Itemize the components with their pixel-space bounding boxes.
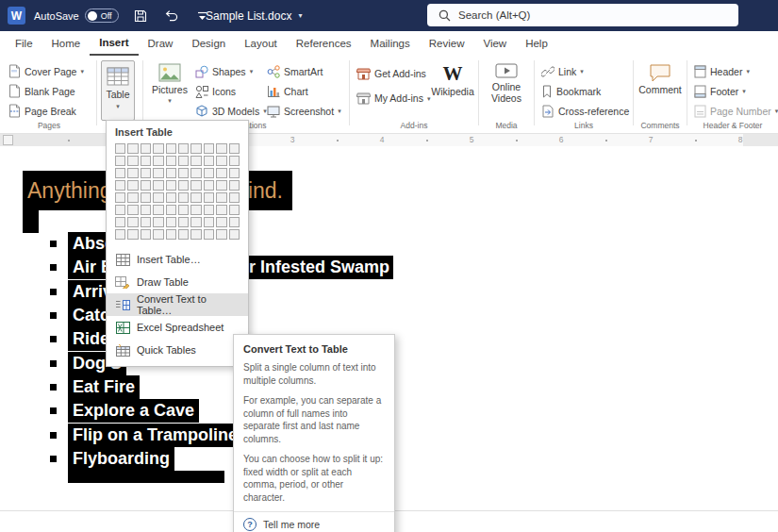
table-grid-cell[interactable]: [216, 168, 226, 178]
pictures-button[interactable]: Pictures ▾: [147, 58, 192, 104]
footer-button[interactable]: Footer ▾: [691, 82, 749, 100]
table-grid-cell[interactable]: [141, 180, 151, 191]
menu-item-insert-table[interactable]: Insert Table…: [107, 248, 248, 271]
document-title[interactable]: Sample List.docx: [206, 9, 291, 23]
table-grid-cell[interactable]: [178, 192, 189, 203]
shapes-button[interactable]: Shapes ▾: [192, 62, 256, 80]
table-grid-cell[interactable]: [216, 180, 226, 191]
table-grid-cell[interactable]: [190, 156, 201, 166]
menu-item-convert-text-to-table[interactable]: Convert Text to Table…: [107, 293, 248, 316]
table-grid-cell[interactable]: [178, 217, 189, 227]
table-grid-cell[interactable]: [141, 192, 151, 203]
table-grid-cell[interactable]: [141, 205, 151, 215]
tab-insert[interactable]: Insert: [90, 31, 138, 56]
table-grid-cell[interactable]: [166, 156, 176, 166]
tab-design[interactable]: Design: [182, 31, 235, 56]
table-grid-cell[interactable]: [115, 180, 125, 191]
table-grid-cell[interactable]: [115, 217, 125, 227]
table-grid-cell[interactable]: [166, 143, 176, 154]
table-grid-cell[interactable]: [190, 192, 201, 203]
table-grid-cell[interactable]: [229, 217, 240, 227]
list-item[interactable]: Eat Fire: [68, 375, 140, 399]
table-grid-cell[interactable]: [190, 217, 201, 227]
table-grid-cell[interactable]: [115, 192, 125, 203]
screenshot-button[interactable]: Screenshot ▾: [264, 102, 344, 120]
table-grid-cell[interactable]: [153, 180, 163, 191]
table-grid-cell[interactable]: [141, 217, 151, 227]
table-grid-cell[interactable]: [153, 217, 163, 227]
cover-page-button[interactable]: Cover Page ▾: [6, 62, 87, 80]
table-grid-cell[interactable]: [127, 217, 138, 227]
table-grid-cell[interactable]: [153, 229, 163, 240]
icons-button[interactable]: Icons: [192, 82, 239, 100]
table-grid-cell[interactable]: [204, 168, 214, 178]
table-grid-cell[interactable]: [127, 192, 138, 203]
table-grid-cell[interactable]: [166, 180, 176, 191]
menu-item-quick-tables[interactable]: Quick Tables ▸: [107, 339, 248, 361]
autosave-toggle[interactable]: Off: [85, 8, 119, 23]
table-grid-cell[interactable]: [178, 168, 189, 178]
tell-me-more-link[interactable]: ? Tell me more: [234, 511, 394, 532]
table-grid-cell[interactable]: [166, 168, 176, 178]
table-grid-cell[interactable]: [166, 229, 176, 240]
table-button[interactable]: Table ▾: [101, 60, 135, 121]
table-grid-cell[interactable]: [141, 143, 151, 154]
search-box[interactable]: Search (Alt+Q): [427, 4, 738, 26]
page-number-button[interactable]: Page Number ▾: [691, 102, 778, 120]
table-grid-cell[interactable]: [204, 143, 214, 154]
title-caret-icon[interactable]: ▾: [298, 12, 302, 20]
table-grid-cell[interactable]: [127, 229, 138, 240]
table-grid-cell[interactable]: [216, 229, 226, 240]
wikipedia-button[interactable]: W Wikipedia: [431, 58, 474, 97]
tab-review[interactable]: Review: [420, 31, 474, 56]
table-grid-cell[interactable]: [216, 192, 226, 203]
table-grid-cell[interactable]: [178, 205, 189, 215]
table-grid-cell[interactable]: [216, 205, 226, 215]
table-grid-cell[interactable]: [115, 156, 125, 166]
table-grid-cell[interactable]: [166, 205, 176, 215]
table-grid-cell[interactable]: [204, 205, 214, 215]
tab-layout[interactable]: Layout: [235, 31, 287, 56]
table-grid-cell[interactable]: [216, 156, 226, 166]
table-grid-cell[interactable]: [190, 143, 201, 154]
smartart-button[interactable]: SmartArt: [264, 62, 325, 80]
table-grid-cell[interactable]: [153, 192, 163, 203]
table-grid-cell[interactable]: [190, 180, 201, 191]
table-grid-cell[interactable]: [204, 229, 214, 240]
my-addins-button[interactable]: My Add-ins ▾: [354, 87, 433, 109]
table-grid-cell[interactable]: [204, 180, 214, 191]
get-addins-button[interactable]: Get Add-ins: [354, 62, 429, 85]
list-item[interactable]: Flip on a Trampoline: [68, 424, 242, 447]
comment-button[interactable]: Comment: [637, 58, 683, 95]
link-button[interactable]: Link ▾: [538, 62, 587, 80]
table-grid-cell[interactable]: [216, 143, 226, 154]
table-grid-cell[interactable]: [127, 205, 138, 215]
table-grid-cell[interactable]: [229, 180, 240, 191]
list-item[interactable]: Explore a Cave: [68, 399, 199, 423]
table-grid-cell[interactable]: [229, 205, 240, 215]
table-grid-cell[interactable]: [204, 192, 214, 203]
table-grid-cell[interactable]: [141, 168, 151, 178]
header-button[interactable]: Header ▾: [691, 62, 753, 80]
table-grid-cell[interactable]: [166, 217, 176, 227]
table-grid-cell[interactable]: [153, 205, 163, 215]
table-grid-cell[interactable]: [115, 229, 125, 240]
save-icon[interactable]: [131, 7, 150, 25]
table-grid-cell[interactable]: [204, 156, 214, 166]
blank-page-button[interactable]: Blank Page: [6, 82, 78, 100]
tab-help[interactable]: Help: [516, 31, 557, 56]
3d-models-button[interactable]: 3D Models ▾: [192, 102, 270, 120]
page-break-button[interactable]: Page Break: [6, 102, 79, 120]
table-grid-cell[interactable]: [229, 156, 240, 166]
table-grid-cell[interactable]: [190, 205, 201, 215]
table-grid-cell[interactable]: [127, 156, 138, 166]
table-grid-cell[interactable]: [204, 217, 214, 227]
table-grid-cell[interactable]: [178, 229, 189, 240]
menu-item-excel-spreadsheet[interactable]: Excel Spreadsheet: [107, 316, 248, 339]
tab-file[interactable]: File: [6, 31, 42, 56]
list-item[interactable]: Flyboarding: [68, 447, 174, 471]
table-grid-cell[interactable]: [115, 168, 125, 178]
table-grid-cell[interactable]: [127, 180, 138, 191]
undo-icon[interactable]: [162, 7, 181, 25]
table-grid-cell[interactable]: [115, 205, 125, 215]
